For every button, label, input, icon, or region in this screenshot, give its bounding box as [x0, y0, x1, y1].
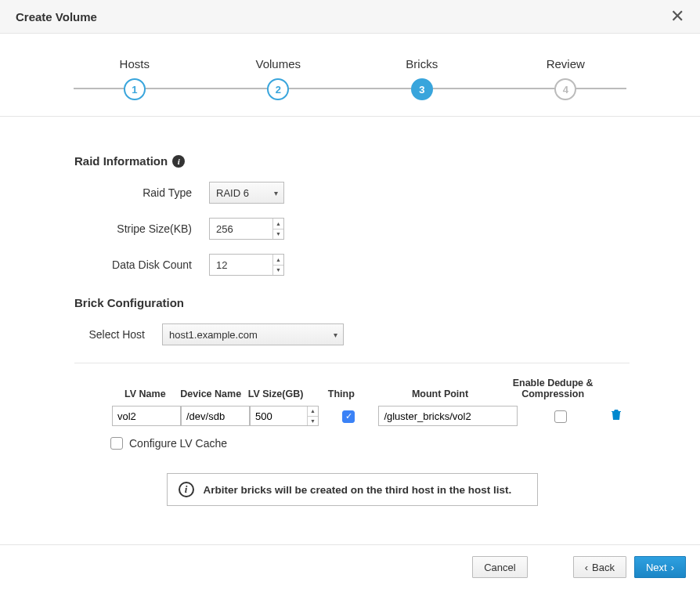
raid-section-title: Raid Information i: [74, 154, 630, 168]
lv-cache-label: Configure LV Cache: [129, 437, 227, 450]
wizard-step-number: 1: [124, 78, 146, 100]
disk-count-label: Data Disk Count: [74, 258, 209, 271]
modal-body: Hosts 1 Volumes 2 Bricks 3 Review 4: [0, 34, 700, 544]
dedup-checkbox[interactable]: [554, 410, 567, 423]
col-mount: Mount Point: [374, 388, 506, 399]
create-volume-modal: Create Volume ✕ Hosts 1 Volumes 2 Bricks…: [0, 0, 700, 589]
brick-table: LV Name Device Name LV Size(GB) Thinp Mo…: [74, 378, 630, 450]
table-row: ▲ ▼ ✓: [74, 406, 630, 426]
col-dedup: Enable Dedupe & Compression: [506, 378, 601, 399]
raid-section-title-text: Raid Information: [74, 154, 168, 168]
wizard-step-label: Bricks: [406, 57, 438, 70]
number-spinner[interactable]: ▲ ▼: [272, 255, 283, 275]
wizard-step-number: 3: [411, 78, 433, 100]
spinner-down-icon[interactable]: ▼: [273, 229, 283, 240]
spinner-up-icon[interactable]: ▲: [273, 255, 283, 266]
footer-gap: [536, 556, 565, 578]
table-header: LV Name Device Name LV Size(GB) Thinp Mo…: [74, 378, 630, 406]
number-spinner[interactable]: ▲ ▼: [307, 407, 318, 425]
spinner-down-icon[interactable]: ▼: [273, 266, 283, 276]
modal-header: Create Volume ✕: [0, 0, 700, 34]
select-host-row: Select Host host1.example.com ▾: [74, 323, 630, 345]
wizard-step-number: 4: [554, 78, 576, 100]
raid-type-select[interactable]: RAID 6: [209, 182, 284, 204]
modal-footer: Cancel ‹ Back Next ›: [0, 544, 700, 589]
wizard-step-hosts[interactable]: Hosts 1: [63, 57, 207, 100]
spinner-up-icon[interactable]: ▲: [273, 219, 283, 229]
close-icon[interactable]: ✕: [670, 8, 684, 25]
bricks-form: Raid Information i Raid Type RAID 6 ▾ St…: [0, 117, 700, 522]
next-label: Next: [646, 562, 667, 573]
number-spinner[interactable]: ▲ ▼: [272, 219, 283, 239]
wizard-step-volumes[interactable]: Volumes 2: [207, 57, 351, 100]
next-button[interactable]: Next ›: [634, 556, 686, 578]
col-device: Device Name: [179, 388, 244, 399]
brick-section-title: Brick Configuration: [74, 296, 630, 309]
back-button[interactable]: ‹ Back: [573, 556, 626, 578]
chevron-left-icon: ‹: [585, 562, 588, 573]
wizard-step-label: Review: [547, 57, 585, 70]
lv-cache-row: Configure LV Cache: [110, 437, 630, 450]
wizard-step-label: Volumes: [255, 57, 301, 70]
lv-cache-checkbox[interactable]: [110, 437, 123, 450]
lv-name-input[interactable]: [112, 406, 181, 426]
stripe-size-label: Stripe Size(KB): [74, 222, 209, 235]
alert-text: Arbiter bricks will be created on the th…: [204, 484, 512, 496]
col-thinp: Thinp: [308, 388, 374, 399]
spinner-down-icon[interactable]: ▼: [308, 417, 318, 426]
col-lv-size: LV Size(GB): [244, 388, 309, 399]
wizard-steps: Hosts 1 Volumes 2 Bricks 3 Review 4: [0, 34, 700, 117]
disk-count-row: Data Disk Count ▲ ▼: [74, 254, 630, 276]
select-host-label: Select Host: [74, 328, 162, 341]
cancel-button[interactable]: Cancel: [472, 556, 527, 578]
chevron-right-icon: ›: [671, 562, 674, 573]
device-name-input[interactable]: [181, 406, 250, 426]
wizard-step-number: 2: [267, 78, 289, 100]
mount-point-input[interactable]: [378, 406, 518, 426]
info-icon: i: [179, 482, 194, 497]
wizard-step-bricks[interactable]: Bricks 3: [350, 57, 494, 100]
raid-type-row: Raid Type RAID 6 ▾: [74, 182, 630, 204]
divider: [74, 363, 630, 363]
spinner-up-icon[interactable]: ▲: [308, 407, 318, 417]
col-lv-name: LV Name: [112, 388, 179, 399]
modal-title: Create Volume: [16, 10, 97, 23]
select-host-select[interactable]: host1.example.com: [162, 323, 344, 345]
back-label: Back: [592, 562, 615, 573]
wizard-step-review[interactable]: Review 4: [494, 57, 638, 100]
wizard-step-label: Hosts: [120, 57, 150, 70]
thinp-checkbox[interactable]: ✓: [342, 410, 355, 423]
arbiter-alert: i Arbiter bricks will be created on the …: [167, 473, 538, 506]
stripe-size-row: Stripe Size(KB) ▲ ▼: [74, 218, 630, 240]
info-icon[interactable]: i: [172, 155, 185, 168]
raid-type-label: Raid Type: [74, 186, 209, 199]
trash-icon[interactable]: [612, 410, 621, 423]
wizard-connector: [74, 88, 626, 89]
